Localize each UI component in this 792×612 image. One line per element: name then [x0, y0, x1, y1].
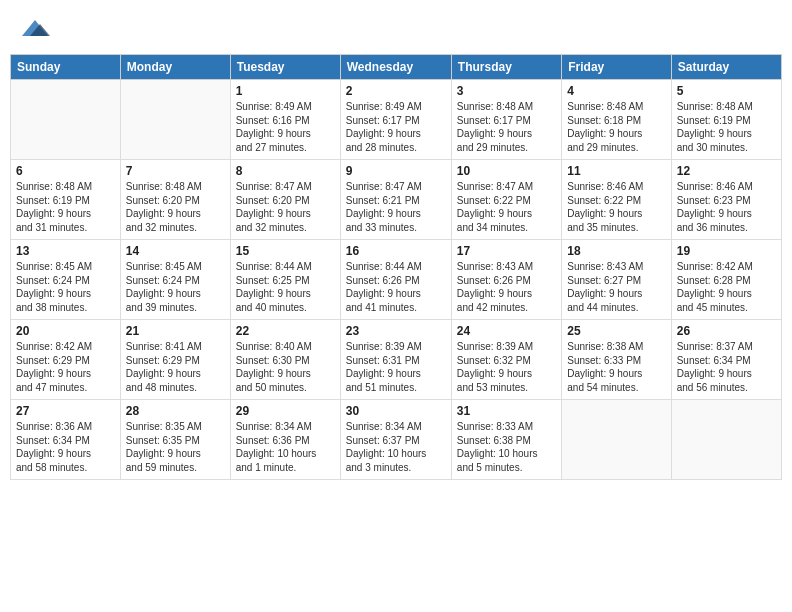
- day-number: 6: [16, 164, 115, 178]
- calendar-cell: 22Sunrise: 8:40 AM Sunset: 6:30 PM Dayli…: [230, 320, 340, 400]
- day-info: Sunrise: 8:47 AM Sunset: 6:21 PM Dayligh…: [346, 180, 446, 234]
- day-number: 15: [236, 244, 335, 258]
- day-info: Sunrise: 8:44 AM Sunset: 6:25 PM Dayligh…: [236, 260, 335, 314]
- day-info: Sunrise: 8:43 AM Sunset: 6:26 PM Dayligh…: [457, 260, 556, 314]
- page-header: [10, 10, 782, 48]
- day-info: Sunrise: 8:47 AM Sunset: 6:22 PM Dayligh…: [457, 180, 556, 234]
- calendar-cell: 3Sunrise: 8:48 AM Sunset: 6:17 PM Daylig…: [451, 80, 561, 160]
- day-number: 7: [126, 164, 225, 178]
- day-number: 11: [567, 164, 665, 178]
- calendar-cell: 25Sunrise: 8:38 AM Sunset: 6:33 PM Dayli…: [562, 320, 671, 400]
- calendar-cell: 11Sunrise: 8:46 AM Sunset: 6:22 PM Dayli…: [562, 160, 671, 240]
- calendar-cell: 27Sunrise: 8:36 AM Sunset: 6:34 PM Dayli…: [11, 400, 121, 480]
- calendar-cell: 9Sunrise: 8:47 AM Sunset: 6:21 PM Daylig…: [340, 160, 451, 240]
- day-number: 1: [236, 84, 335, 98]
- day-number: 5: [677, 84, 776, 98]
- day-info: Sunrise: 8:45 AM Sunset: 6:24 PM Dayligh…: [126, 260, 225, 314]
- day-info: Sunrise: 8:47 AM Sunset: 6:20 PM Dayligh…: [236, 180, 335, 234]
- calendar-cell: 12Sunrise: 8:46 AM Sunset: 6:23 PM Dayli…: [671, 160, 781, 240]
- calendar-header-thursday: Thursday: [451, 55, 561, 80]
- day-number: 16: [346, 244, 446, 258]
- day-info: Sunrise: 8:40 AM Sunset: 6:30 PM Dayligh…: [236, 340, 335, 394]
- day-info: Sunrise: 8:46 AM Sunset: 6:22 PM Dayligh…: [567, 180, 665, 234]
- day-number: 26: [677, 324, 776, 338]
- calendar-table: SundayMondayTuesdayWednesdayThursdayFrid…: [10, 54, 782, 480]
- day-info: Sunrise: 8:48 AM Sunset: 6:19 PM Dayligh…: [16, 180, 115, 234]
- calendar-cell: 15Sunrise: 8:44 AM Sunset: 6:25 PM Dayli…: [230, 240, 340, 320]
- calendar-cell: 23Sunrise: 8:39 AM Sunset: 6:31 PM Dayli…: [340, 320, 451, 400]
- day-number: 12: [677, 164, 776, 178]
- day-number: 29: [236, 404, 335, 418]
- day-number: 18: [567, 244, 665, 258]
- calendar-cell: 13Sunrise: 8:45 AM Sunset: 6:24 PM Dayli…: [11, 240, 121, 320]
- day-number: 14: [126, 244, 225, 258]
- day-info: Sunrise: 8:36 AM Sunset: 6:34 PM Dayligh…: [16, 420, 115, 474]
- day-info: Sunrise: 8:37 AM Sunset: 6:34 PM Dayligh…: [677, 340, 776, 394]
- calendar-cell: 21Sunrise: 8:41 AM Sunset: 6:29 PM Dayli…: [120, 320, 230, 400]
- calendar-header-saturday: Saturday: [671, 55, 781, 80]
- day-number: 10: [457, 164, 556, 178]
- calendar-cell: 16Sunrise: 8:44 AM Sunset: 6:26 PM Dayli…: [340, 240, 451, 320]
- day-info: Sunrise: 8:33 AM Sunset: 6:38 PM Dayligh…: [457, 420, 556, 474]
- day-info: Sunrise: 8:35 AM Sunset: 6:35 PM Dayligh…: [126, 420, 225, 474]
- calendar-cell: 5Sunrise: 8:48 AM Sunset: 6:19 PM Daylig…: [671, 80, 781, 160]
- calendar-cell: 28Sunrise: 8:35 AM Sunset: 6:35 PM Dayli…: [120, 400, 230, 480]
- logo: [20, 18, 56, 44]
- calendar-week-4: 20Sunrise: 8:42 AM Sunset: 6:29 PM Dayli…: [11, 320, 782, 400]
- day-info: Sunrise: 8:34 AM Sunset: 6:36 PM Dayligh…: [236, 420, 335, 474]
- calendar-week-2: 6Sunrise: 8:48 AM Sunset: 6:19 PM Daylig…: [11, 160, 782, 240]
- day-number: 24: [457, 324, 556, 338]
- day-number: 17: [457, 244, 556, 258]
- calendar-header-sunday: Sunday: [11, 55, 121, 80]
- day-number: 8: [236, 164, 335, 178]
- calendar-week-5: 27Sunrise: 8:36 AM Sunset: 6:34 PM Dayli…: [11, 400, 782, 480]
- day-info: Sunrise: 8:34 AM Sunset: 6:37 PM Dayligh…: [346, 420, 446, 474]
- day-info: Sunrise: 8:44 AM Sunset: 6:26 PM Dayligh…: [346, 260, 446, 314]
- calendar-header-friday: Friday: [562, 55, 671, 80]
- calendar-cell: 20Sunrise: 8:42 AM Sunset: 6:29 PM Dayli…: [11, 320, 121, 400]
- calendar-cell: 14Sunrise: 8:45 AM Sunset: 6:24 PM Dayli…: [120, 240, 230, 320]
- day-number: 23: [346, 324, 446, 338]
- day-info: Sunrise: 8:48 AM Sunset: 6:18 PM Dayligh…: [567, 100, 665, 154]
- calendar-header-row: SundayMondayTuesdayWednesdayThursdayFrid…: [11, 55, 782, 80]
- day-info: Sunrise: 8:46 AM Sunset: 6:23 PM Dayligh…: [677, 180, 776, 234]
- day-number: 25: [567, 324, 665, 338]
- day-number: 9: [346, 164, 446, 178]
- day-info: Sunrise: 8:48 AM Sunset: 6:19 PM Dayligh…: [677, 100, 776, 154]
- calendar-cell: [562, 400, 671, 480]
- day-info: Sunrise: 8:48 AM Sunset: 6:20 PM Dayligh…: [126, 180, 225, 234]
- day-number: 27: [16, 404, 115, 418]
- day-number: 13: [16, 244, 115, 258]
- day-info: Sunrise: 8:39 AM Sunset: 6:32 PM Dayligh…: [457, 340, 556, 394]
- day-info: Sunrise: 8:42 AM Sunset: 6:29 PM Dayligh…: [16, 340, 115, 394]
- calendar-header-monday: Monday: [120, 55, 230, 80]
- day-info: Sunrise: 8:38 AM Sunset: 6:33 PM Dayligh…: [567, 340, 665, 394]
- calendar-cell: 4Sunrise: 8:48 AM Sunset: 6:18 PM Daylig…: [562, 80, 671, 160]
- day-number: 30: [346, 404, 446, 418]
- day-info: Sunrise: 8:39 AM Sunset: 6:31 PM Dayligh…: [346, 340, 446, 394]
- day-number: 31: [457, 404, 556, 418]
- day-number: 21: [126, 324, 225, 338]
- day-number: 22: [236, 324, 335, 338]
- calendar-cell: 8Sunrise: 8:47 AM Sunset: 6:20 PM Daylig…: [230, 160, 340, 240]
- day-info: Sunrise: 8:42 AM Sunset: 6:28 PM Dayligh…: [677, 260, 776, 314]
- day-info: Sunrise: 8:49 AM Sunset: 6:17 PM Dayligh…: [346, 100, 446, 154]
- day-info: Sunrise: 8:43 AM Sunset: 6:27 PM Dayligh…: [567, 260, 665, 314]
- calendar-cell: 30Sunrise: 8:34 AM Sunset: 6:37 PM Dayli…: [340, 400, 451, 480]
- calendar-cell: [671, 400, 781, 480]
- day-info: Sunrise: 8:45 AM Sunset: 6:24 PM Dayligh…: [16, 260, 115, 314]
- calendar-header-tuesday: Tuesday: [230, 55, 340, 80]
- calendar-week-3: 13Sunrise: 8:45 AM Sunset: 6:24 PM Dayli…: [11, 240, 782, 320]
- calendar-cell: [120, 80, 230, 160]
- logo-icon: [20, 18, 50, 40]
- day-number: 2: [346, 84, 446, 98]
- day-number: 4: [567, 84, 665, 98]
- calendar-cell: 2Sunrise: 8:49 AM Sunset: 6:17 PM Daylig…: [340, 80, 451, 160]
- calendar-cell: 26Sunrise: 8:37 AM Sunset: 6:34 PM Dayli…: [671, 320, 781, 400]
- calendar-cell: 6Sunrise: 8:48 AM Sunset: 6:19 PM Daylig…: [11, 160, 121, 240]
- calendar-cell: 10Sunrise: 8:47 AM Sunset: 6:22 PM Dayli…: [451, 160, 561, 240]
- day-number: 3: [457, 84, 556, 98]
- calendar-header-wednesday: Wednesday: [340, 55, 451, 80]
- calendar-cell: 31Sunrise: 8:33 AM Sunset: 6:38 PM Dayli…: [451, 400, 561, 480]
- calendar-cell: 1Sunrise: 8:49 AM Sunset: 6:16 PM Daylig…: [230, 80, 340, 160]
